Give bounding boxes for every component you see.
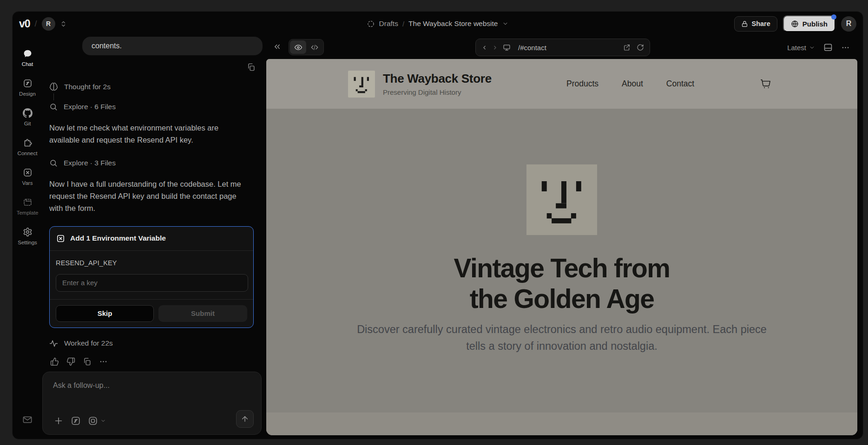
- nav-link-about[interactable]: About: [622, 79, 643, 89]
- site-nav: Products About Contact: [566, 59, 694, 109]
- share-label: Share: [752, 20, 770, 27]
- project-title[interactable]: The Wayback Store website: [408, 20, 498, 28]
- breadcrumb-slash: /: [35, 19, 37, 29]
- nav-back-icon[interactable]: [481, 45, 487, 51]
- workspace-selector-icon[interactable]: [60, 20, 67, 27]
- followup-composer[interactable]: [42, 372, 262, 435]
- envelope-icon[interactable]: [22, 414, 33, 425]
- worked-row[interactable]: Worked for 22s: [49, 339, 265, 348]
- project-menu-chevron-icon[interactable]: [502, 20, 508, 27]
- preview-toolbar-right: Latest: [787, 36, 850, 59]
- source-select-icon[interactable]: [88, 416, 106, 426]
- copy-icon[interactable]: [83, 357, 92, 366]
- skip-button[interactable]: Skip: [56, 305, 154, 322]
- preview-more-icon[interactable]: [841, 43, 850, 52]
- share-button[interactable]: Share: [734, 16, 777, 32]
- sidebar-item-vars[interactable]: Vars: [13, 168, 42, 186]
- user-avatar[interactable]: R: [841, 16, 856, 32]
- device-monitor-icon[interactable]: [503, 44, 511, 52]
- v0-logo[interactable]: v0: [19, 18, 30, 30]
- env-key-input[interactable]: [56, 274, 248, 292]
- gear-icon: [23, 227, 33, 237]
- assistant-message-2: Now I have a full understanding of the c…: [49, 178, 247, 214]
- sidebar-item-chat[interactable]: Chat: [13, 49, 42, 67]
- thumbs-up-icon[interactable]: [50, 357, 59, 366]
- sidebar-label-template: Template: [17, 210, 39, 216]
- preview-eye-tab[interactable]: [290, 40, 306, 54]
- env-card-footer: Skip Submit: [50, 300, 253, 327]
- preview-url[interactable]: /#contact: [518, 44, 546, 52]
- sidebar-item-design[interactable]: Design: [13, 79, 42, 97]
- explore-6-label: Explore · 6 Files: [64, 103, 116, 111]
- sidebar-label-connect: Connect: [18, 151, 38, 156]
- followup-input[interactable]: [53, 379, 252, 393]
- step-connector: [53, 93, 54, 100]
- sidebar-item-template[interactable]: Template: [13, 197, 42, 216]
- dashed-box-icon: [23, 197, 33, 207]
- chat-bubble-icon: [23, 49, 33, 59]
- publish-button[interactable]: Publish: [783, 15, 835, 32]
- url-actions: [623, 44, 644, 51]
- open-external-icon[interactable]: [623, 44, 631, 51]
- publish-label: Publish: [802, 20, 828, 28]
- message-copy-row: [42, 63, 265, 72]
- top-bar: v0 / R Drafts / The Wayback Store websit…: [13, 12, 863, 36]
- globe-icon: [791, 20, 799, 28]
- sidebar-item-git[interactable]: Git: [13, 108, 42, 126]
- breadcrumb: Drafts / The Wayback Store website: [367, 12, 509, 36]
- thought-row[interactable]: Thought for 2s: [49, 82, 265, 91]
- chat-panel: contents. Thought for 2s Explore · 6 Fil…: [42, 36, 265, 439]
- preview-panel: /#contact Latest: [266, 36, 857, 435]
- nav-forward-icon[interactable]: [492, 45, 498, 51]
- design-plane-icon: [23, 79, 33, 88]
- attach-plus-icon[interactable]: [53, 416, 64, 426]
- worked-label: Worked for 22s: [64, 339, 113, 347]
- preview-url-bar: /#contact: [475, 39, 650, 56]
- assistant-message-1: Now let me check what environment variab…: [49, 122, 247, 146]
- preview-toolbar: /#contact Latest: [266, 36, 857, 59]
- env-variable-name: RESEND_API_KEY: [56, 259, 247, 267]
- panel-layout-icon[interactable]: [823, 43, 833, 52]
- env-card-header: Add 1 Environment Variable: [50, 227, 253, 251]
- nav-link-contact[interactable]: Contact: [666, 79, 694, 89]
- code-view-tab[interactable]: [306, 40, 322, 54]
- hero-face-logo: [526, 164, 597, 235]
- sidebar-item-connect[interactable]: Connect: [13, 138, 42, 156]
- publish-notification-dot: [831, 14, 836, 20]
- hero-title-line-2: the Golden Age: [454, 283, 670, 314]
- variable-box-icon: [23, 168, 33, 177]
- breadcrumb-drafts[interactable]: Drafts: [379, 20, 398, 28]
- lock-icon: [741, 20, 748, 27]
- site-hero: Vintage Tech from the Golden Age Discove…: [266, 109, 857, 412]
- design-plane-icon[interactable]: [71, 416, 81, 426]
- refresh-icon[interactable]: [637, 44, 644, 51]
- copy-icon[interactable]: [247, 63, 256, 72]
- sidebar-label-vars: Vars: [22, 180, 33, 186]
- explore-3-label: Explore · 3 Files: [64, 159, 116, 167]
- explore-row-6-files[interactable]: Explore · 6 Files: [49, 103, 265, 111]
- view-mode-toggle: [289, 39, 324, 55]
- site-name[interactable]: The Wayback Store: [383, 72, 492, 86]
- activity-pulse-icon: [49, 339, 58, 348]
- github-icon: [23, 108, 33, 118]
- explore-row-3-files[interactable]: Explore · 3 Files: [49, 159, 265, 167]
- topbar-right: Share Publish R: [734, 15, 856, 32]
- submit-button[interactable]: Submit: [158, 305, 247, 322]
- v0-app-window: v0 / R Drafts / The Wayback Store websit…: [12, 11, 863, 439]
- version-label: Latest: [787, 44, 806, 52]
- collapse-panel-icon[interactable]: [273, 42, 282, 51]
- cart-icon[interactable]: [760, 79, 771, 89]
- sidebar-item-settings[interactable]: Settings: [13, 227, 42, 245]
- version-dropdown[interactable]: Latest: [787, 44, 815, 52]
- env-variable-card: Add 1 Environment Variable RESEND_API_KE…: [49, 226, 254, 328]
- sidebar-label-design: Design: [19, 91, 36, 97]
- workspace-avatar[interactable]: R: [42, 17, 55, 31]
- send-button[interactable]: [236, 410, 254, 428]
- thumbs-down-icon[interactable]: [66, 357, 75, 366]
- sidebar-label-chat: Chat: [22, 61, 33, 67]
- site-logo[interactable]: [348, 71, 375, 98]
- nav-link-products[interactable]: Products: [566, 79, 598, 89]
- puzzle-icon: [23, 138, 33, 148]
- env-card-body: RESEND_API_KEY: [50, 251, 253, 300]
- more-options-icon[interactable]: [99, 357, 108, 366]
